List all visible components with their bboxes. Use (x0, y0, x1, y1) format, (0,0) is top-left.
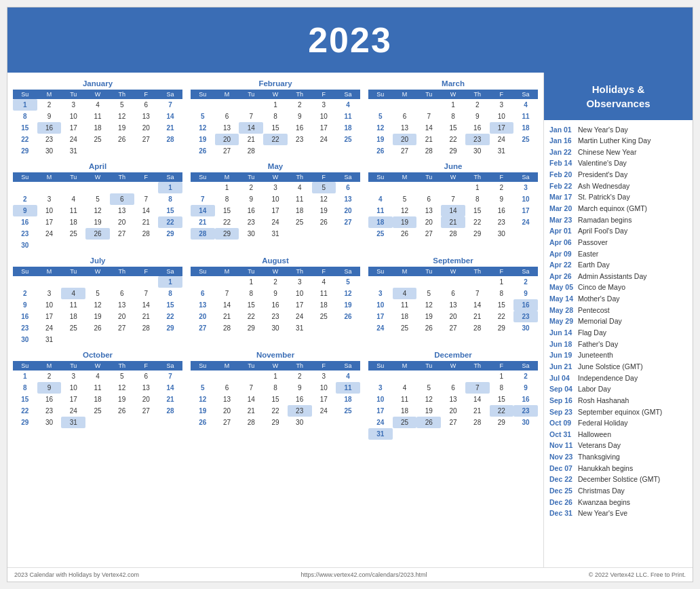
year-header: 2023 (7, 7, 693, 73)
sidebar-item: May 14Mother's Day (549, 294, 687, 305)
sidebar-item-event: April Fool's Day (578, 227, 627, 236)
sidebar-item: Feb 20President's Day (549, 170, 687, 181)
sidebar-item: Jun 14Flag Day (549, 328, 687, 339)
sidebar-item-event: Father's Day (578, 340, 618, 349)
footer: 2023 Calendar with Holidays by Vertex42.… (7, 567, 693, 582)
sidebar-item-date: Apr 26 (549, 272, 575, 282)
month-august: August SuMTuWThFSa 12345 6789101112 1314… (191, 256, 360, 345)
sidebar-item: Dec 25Christmas Day (549, 486, 687, 497)
sidebar-item-date: Dec 22 (549, 475, 575, 484)
sidebar-item-date: Apr 22 (549, 261, 575, 270)
sidebar-item-event: Martin Luther King Day (578, 136, 650, 146)
sidebar-item: Apr 26Admin Assistants Day (549, 271, 687, 282)
month-september: September SuMTuWThFSa 12 3456789 1011121… (368, 256, 538, 345)
month-title-november: November (191, 351, 360, 359)
page: 2023 January SuMTuWThFSa 1234567 8910111… (7, 7, 693, 582)
sidebar-item-event: Independence Day (578, 374, 638, 383)
month-december: December SuMTuWThFSa 12 3456789 10111213… (368, 351, 538, 440)
sidebar-item-event: Memorial Day (578, 317, 622, 326)
sidebar-item: Feb 22Ash Wednesday (549, 180, 687, 192)
sidebar-item: Oct 09Federal Holiday (549, 418, 687, 430)
sidebar-item-date: Jan 01 (549, 126, 575, 135)
month-title-january: January (13, 79, 182, 88)
sidebar-item: May 05Cinco de Mayo (549, 282, 687, 294)
sidebar-item-date: May 14 (549, 294, 575, 304)
sidebar-item: Dec 22December Solstice (GMT) (549, 474, 687, 486)
sidebar-item-date: Dec 31 (549, 509, 575, 518)
sidebar-item-event: Halloween (578, 430, 611, 440)
sidebar-item: Apr 01April Fool's Day (549, 226, 687, 238)
sidebar-item-date: Feb 14 (549, 159, 575, 168)
sidebar-item-date: Nov 11 (549, 441, 575, 451)
sidebar-item: May 28Pentecost (549, 305, 687, 316)
sidebar-item: Jun 21June Solstice (GMT) (549, 361, 687, 373)
footer-left: 2023 Calendar with Holidays by Vertex42.… (14, 571, 139, 578)
sidebar-item-event: St. Patrick's Day (578, 193, 630, 202)
sidebar-item: Sep 16Rosh Hashanah (549, 395, 687, 406)
sidebar-item-event: Earth Day (578, 261, 610, 270)
sidebar-item-event: Thanksgiving (578, 453, 620, 462)
sidebar-item-date: May 05 (549, 283, 575, 292)
sidebar-item: Nov 23Thanksgiving (549, 452, 687, 463)
sidebar-item: Apr 09Easter (549, 248, 687, 260)
month-october: October SuMTuWThFSa 1234567 891011121314… (13, 351, 182, 440)
sidebar-item: Dec 26Kwanzaa begins (549, 497, 687, 508)
month-march: March SuMTuWThFSa 1234 567891011 1213141… (368, 79, 538, 157)
sidebar-item: Jul 04Independence Day (549, 373, 687, 384)
month-title-august: August (191, 256, 360, 265)
calendar-area: January SuMTuWThFSa 1234567 891011121314… (7, 73, 543, 567)
sidebar-item-event: Chinese New Year (578, 148, 636, 157)
months-grid: January SuMTuWThFSa 1234567 891011121314… (13, 79, 538, 440)
sidebar-item-event: Rosh Hashanah (578, 396, 629, 406)
sidebar-item-event: March equinox (GMT) (578, 204, 647, 214)
sidebar-item: Jan 22Chinese New Year (549, 147, 687, 158)
sidebar-item-event: December Solstice (GMT) (578, 475, 660, 484)
sidebar-item-date: Dec 26 (549, 498, 575, 508)
sidebar-item-event: Federal Holiday (578, 419, 628, 428)
sidebar-item: Nov 11Veterans Day (549, 440, 687, 452)
month-title-march: March (368, 79, 538, 88)
sidebar-item-event: Cinco de Mayo (578, 283, 625, 292)
sidebar-item-event: Hanukkah begins (578, 464, 633, 474)
sidebar-item: Sep 04Labor Day (549, 384, 687, 396)
sidebar-item-date: Mar 20 (549, 204, 575, 214)
sidebar-item-date: Jun 18 (549, 340, 575, 349)
month-title-september: September (368, 256, 538, 265)
sidebar-item-event: Kwanzaa begins (578, 498, 630, 508)
month-february: February SuMTuWThFSa 1234 567891011 1213… (191, 79, 360, 157)
sidebar-item-date: Oct 31 (549, 430, 575, 440)
sidebar-item-event: Passover (578, 238, 608, 248)
sidebar-item-date: Oct 09 (549, 419, 575, 428)
sidebar-item-date: Jun 14 (549, 328, 575, 338)
sidebar-item-event: Pentecost (578, 306, 610, 316)
sidebar-item-event: New Year's Eve (578, 509, 627, 518)
sidebar-item: Mar 20March equinox (GMT) (549, 203, 687, 214)
sidebar-item-event: Mother's Day (578, 294, 620, 304)
month-title-may: May (191, 162, 360, 170)
sidebar-item: Jan 16Martin Luther King Day (549, 136, 687, 147)
month-title-december: December (368, 351, 538, 359)
main-content: January SuMTuWThFSa 1234567 891011121314… (7, 73, 693, 567)
sidebar-item-date: Sep 23 (549, 408, 575, 417)
month-november: November SuMTuWThFSa 1234 567891011 1213… (191, 351, 360, 440)
sidebar-item-event: June Solstice (GMT) (578, 362, 643, 372)
sidebar-item: Dec 31New Year's Eve (549, 508, 687, 520)
sidebar-item-event: Ash Wednesday (578, 182, 629, 191)
sidebar-item-event: Veterans Day (578, 441, 621, 451)
sidebar-item-date: Jan 16 (549, 136, 575, 146)
month-may: May SuMTuWThFSa 123456 78910111213 14151… (191, 162, 360, 251)
month-title-october: October (13, 351, 182, 359)
sidebar-item-date: May 28 (549, 306, 575, 316)
sidebar-item-event: New Year's Day (578, 126, 628, 135)
sidebar-item-date: Sep 16 (549, 396, 575, 406)
sidebar-item: Jun 18Father's Day (549, 339, 687, 350)
sidebar: Holidays &Observances Jan 01New Year's D… (543, 73, 693, 567)
sidebar-item-date: Dec 25 (549, 487, 575, 496)
sidebar-item-event: Easter (578, 250, 598, 259)
sidebar-item: May 29Memorial Day (549, 316, 687, 328)
sidebar-item: Apr 22Earth Day (549, 260, 687, 271)
sidebar-item-date: Jun 19 (549, 351, 575, 360)
sidebar-item-date: Apr 09 (549, 250, 575, 259)
month-june: June SuMTuWThFSa 123 45678910 1112131415… (368, 162, 538, 251)
sidebar-item: Jun 19Juneteenth (549, 350, 687, 362)
